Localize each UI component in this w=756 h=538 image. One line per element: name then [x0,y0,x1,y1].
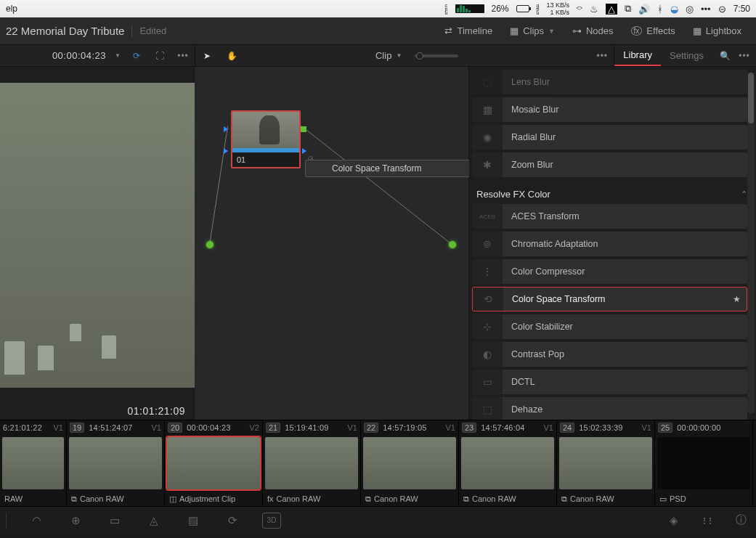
viewer-image[interactable] [0,83,195,388]
fx-item-dehaze[interactable]: ⬚Dehaze [472,397,747,420]
timeline-clip[interactable]: 22 14:57:19:05 V1 ⧉ Canon RAW [361,420,459,506]
timeline-clip[interactable]: 25 00:00:00:00 ▭ PSD [655,420,753,506]
node-graph[interactable]: 01 ↖ Color Space Transform [195,67,469,420]
hand-tool-icon[interactable]: ✋ [224,49,239,63]
fx-item-chromatic-adaptation[interactable]: ⊚Chromatic Adaptation [472,232,747,256]
tab-nodes[interactable]: ⊶Nodes [564,17,622,44]
sidebar-more-icon[interactable]: ••• [737,49,752,63]
menubar-clock[interactable]: 7:50 [733,4,750,14]
fx-thumb-icon: ▦ [472,97,503,122]
fx-item-label: Mosaic Blur [511,105,741,115]
wifi-icon[interactable]: ⌔ [577,4,582,15]
viewer-master-timecode: 01:01:21:09 [128,405,185,417]
fx-item-dctl[interactable]: ▭DCTL [472,370,747,394]
fx-item-color-space-transform[interactable]: ⟲Color Space Transform★ [472,287,747,311]
menubar-right: c p u 26% g p u 13 KB/s1 KB/s ⌔ ♨ △ ⧉ 🔊 … [445,1,750,16]
more-icon[interactable]: ••• [176,49,190,63]
tool-row: 00:00:04:23 ▼ ⟳ ⛶ ••• ➤ ✋ Clip▼ ••• Libr… [0,45,756,67]
tab-effects[interactable]: fxEffects [622,17,684,44]
clip-header: 20 00:00:04:23 V2 [165,420,262,435]
3d-icon[interactable]: 3D [262,513,281,529]
clip-thumbnail[interactable] [657,437,750,489]
clip-format: PSD [670,494,686,503]
node-output-rgb-icon[interactable] [301,126,306,132]
info-icon[interactable]: ⓘ [731,513,750,529]
node-input-rgb-icon[interactable] [224,126,228,132]
clip-header: 24 15:02:33:39 V1 [557,420,654,435]
clip-thumbnail[interactable] [559,437,652,489]
zoom-slider[interactable] [415,54,458,57]
tab-timeline[interactable]: ⇄Timeline [436,17,501,44]
clip-thumbnail[interactable] [363,437,456,489]
fx-item-mosaic-blur[interactable]: ▦Mosaic Blur [472,97,747,122]
qualifier-icon[interactable]: ⊕ [66,513,85,529]
fx-item-color-stabilizer[interactable]: ⊹Color Stabilizer [472,314,747,339]
volume-icon[interactable]: 🔊 [638,4,650,15]
bluetooth-icon[interactable]: ᚼ [657,4,663,15]
switch-icon[interactable]: ⊝ [718,4,726,15]
fx-item-zoom-blur[interactable]: ✱Zoom Blur [472,152,747,177]
tracker-icon[interactable]: ◬ [145,513,163,529]
pointer-tool-icon[interactable]: ➤ [200,49,214,63]
tab-lightbox[interactable]: ▦Lightbox [684,17,750,44]
graph-source-anchor[interactable] [206,241,214,248]
blur-icon[interactable]: ▤ [184,513,203,529]
tab-clips[interactable]: ▦Clips▼ [501,17,564,44]
nodegraph-more-icon[interactable]: ••• [595,49,609,63]
fx-item-contrast-pop[interactable]: ◐Contrast Pop [472,342,747,367]
fx-item-aces-transform[interactable]: ACESACES Transform [472,204,747,229]
clip-thumbnail[interactable] [2,437,64,489]
chevron-up-icon: ⌃ [741,189,747,199]
settings-tab[interactable]: Settings [661,50,712,61]
waveform-icon[interactable]: ⫶⫶ [698,513,717,529]
sidebar-scrollbar[interactable] [747,73,755,414]
fx-item-lens-blur[interactable]: ◌Lens Blur [472,70,747,94]
timeline-clip[interactable]: 20 00:00:04:23 V2 ◫ Adjustment Clip [165,420,263,506]
viewer-timecode[interactable]: 00:00:04:23 [52,50,106,61]
star-icon[interactable]: ★ [733,294,741,304]
expand-icon[interactable]: ⛶ [153,49,167,63]
viewer-panel: 01:01:21:09 [0,67,195,420]
color-node-01[interactable]: 01 [231,110,301,168]
curves-icon[interactable]: ◠ [27,513,46,529]
timeline-clip[interactable]: 19 14:51:24:07 V1 ⧉ Canon RAW [67,420,165,506]
clip-type-icon: ⧉ [561,494,567,504]
circle-icon[interactable]: ◎ [686,4,694,15]
triangle-icon[interactable]: △ [606,4,617,15]
timeline-clip[interactable]: 21 15:19:41:09 V1 fx Canon RAW [263,420,361,506]
graph-output-anchor[interactable] [449,241,456,248]
key-icon[interactable]: ⟳ [223,513,242,529]
clip-mode-selector[interactable]: Clip▼ [375,50,402,61]
clip-thumbnail[interactable] [69,437,162,489]
timeline-clip[interactable]: 6:21:01:22 V1 RAW [0,420,67,506]
menubar-left[interactable]: elp [6,4,445,14]
clip-thumbnail[interactable] [167,437,260,489]
fx-section-header[interactable]: Resolve FX Color⌃ [476,189,747,200]
search-icon[interactable]: 🔍 [717,48,733,64]
bypass-icon[interactable]: ⟳ [129,49,144,63]
timeline-clip[interactable]: 24 15:02:33:39 V1 ⧉ Canon RAW [557,420,655,506]
timeline-clip[interactable]: 23 14:57:46:04 V1 ⧉ Canon RAW [459,420,557,506]
clip-timecode: 00:00:04:23 [187,423,230,432]
clip-thumbnail[interactable] [461,437,554,489]
clip-header: 21 15:19:41:09 V1 [263,420,360,435]
clip-thumbnail[interactable] [265,437,358,489]
scopes-icon[interactable]: ◈ [664,513,683,529]
library-tab[interactable]: Library [614,45,661,66]
node-output-alpha-icon[interactable] [302,148,306,154]
overflow-icon[interactable]: ••• [701,4,711,15]
node-input-alpha-icon[interactable] [224,148,228,154]
dropbox-icon[interactable]: ⧉ [625,3,631,15]
macos-menubar: elp c p u 26% g p u 13 KB/s1 KB/s ⌔ ♨ △ … [0,0,756,17]
cloud-icon[interactable]: ◒ [670,4,678,15]
clip-type-icon: ⧉ [463,494,469,504]
chevron-down-icon[interactable]: ▼ [115,52,121,59]
fx-thumb-icon: ⟲ [473,288,503,311]
net-label: 13 KB/s1 KB/s [546,1,569,16]
fx-item-color-compressor[interactable]: ⋮Color Compressor [472,259,747,284]
clip-footer: ⧉ Canon RAW [557,492,654,506]
window-icon[interactable]: ▭ [105,513,124,529]
svg-line-0 [210,126,228,243]
fx-item-radial-blur[interactable]: ◉Radial Blur [472,125,747,150]
flame-icon[interactable]: ♨ [590,4,598,15]
